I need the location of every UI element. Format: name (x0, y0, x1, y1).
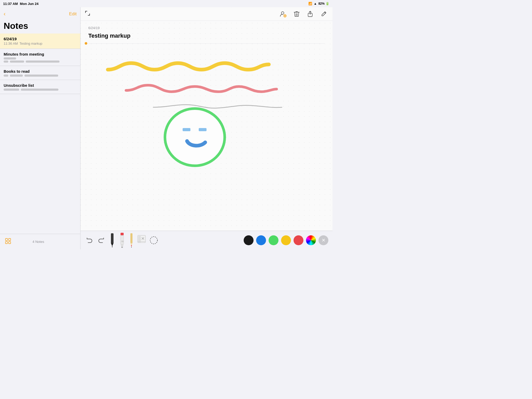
status-time: 11:37 AM (3, 2, 18, 6)
battery-icon: 82% 🔋 (318, 2, 329, 5)
preview-line (24, 75, 58, 77)
share-button[interactable] (305, 9, 315, 19)
lasso-tool[interactable] (149, 235, 159, 245)
note-preview: Testing markup (19, 42, 42, 45)
preview-line (10, 75, 23, 77)
content-toolbar (81, 7, 332, 21)
preview-line (4, 61, 8, 63)
location-icon: ▲ (314, 2, 317, 5)
svg-marker-21 (121, 244, 124, 247)
svg-rect-14 (199, 128, 207, 131)
pen-tool[interactable] (109, 233, 116, 248)
preview-line (4, 57, 16, 59)
sidebar-footer: 4 Notes (0, 234, 80, 249)
preview-line (4, 75, 8, 77)
svg-rect-30 (138, 236, 141, 243)
list-item[interactable]: Unsubscribe list (0, 80, 80, 94)
marker-tool[interactable]: .72 (118, 232, 126, 248)
redo-button[interactable] (97, 236, 106, 245)
notes-title: Notes (0, 21, 80, 34)
preview-line (4, 89, 19, 91)
note-date: 6/24/19 (4, 37, 77, 41)
preview-line (10, 61, 24, 63)
status-icons: 📶 ▲ 82% 🔋 (308, 2, 329, 5)
svg-rect-18 (121, 233, 124, 235)
svg-rect-0 (5, 238, 8, 241)
note-divider (88, 43, 325, 44)
svg-rect-19 (121, 235, 124, 244)
add-person-button[interactable] (278, 9, 288, 19)
note-title: Unsubscribe list (4, 83, 77, 88)
main-layout: ‹ Edit Notes 6/24/19 11:36 AM Testing ma… (0, 7, 332, 249)
color-picker-button[interactable] (306, 235, 316, 245)
preview-line (26, 61, 59, 63)
svg-rect-1 (9, 238, 11, 241)
svg-marker-25 (131, 245, 132, 247)
note-content: 6/24/19 Testing markup (81, 21, 332, 231)
svg-point-33 (150, 237, 157, 244)
color-black-button[interactable] (244, 235, 254, 245)
color-red-button[interactable] (294, 235, 303, 245)
svg-rect-22 (121, 247, 123, 248)
svg-rect-3 (9, 242, 11, 244)
undo-button[interactable] (85, 236, 94, 245)
drawing-canvas[interactable] (88, 49, 325, 180)
content-area: 6/24/19 Testing markup (81, 7, 332, 249)
preview-lines (4, 75, 77, 77)
status-date: Mon Jun 24 (20, 2, 308, 6)
notes-list: 6/24/19 11:36 AM Testing markup Minutes … (0, 34, 80, 234)
note-date: 6/24/19 (88, 26, 325, 30)
list-item[interactable]: Minutes from meeting (0, 49, 80, 66)
note-title: Testing markup (88, 32, 325, 39)
color-green-button[interactable] (269, 235, 278, 245)
dismiss-drawing-button[interactable]: ✕ (318, 235, 328, 245)
sidebar: ‹ Edit Notes 6/24/19 11:36 AM Testing ma… (0, 7, 81, 249)
pencil-tool[interactable] (128, 233, 135, 248)
svg-rect-23 (130, 233, 132, 243)
drawing-toolbar: .72 (81, 231, 332, 249)
note-time: 11:36 AM (4, 42, 18, 45)
svg-rect-13 (183, 128, 190, 131)
color-yellow-button[interactable] (281, 235, 291, 245)
note-title: Books to read (4, 69, 77, 74)
preview-lines (4, 89, 77, 91)
edit-button[interactable]: Edit (69, 11, 77, 17)
note-meta: 11:36 AM Testing markup (4, 42, 77, 45)
notes-count: 4 Notes (32, 240, 44, 244)
svg-text:.72: .72 (121, 240, 124, 243)
svg-point-4 (281, 12, 284, 14)
list-item[interactable]: 6/24/19 11:36 AM Testing markup (0, 34, 80, 49)
delete-button[interactable] (292, 9, 301, 19)
grid-view-button[interactable] (5, 238, 11, 245)
sidebar-header: ‹ Edit (0, 7, 80, 21)
svg-rect-15 (111, 233, 114, 244)
color-blue-button[interactable] (256, 235, 266, 245)
eraser-tool[interactable] (137, 234, 146, 247)
status-bar: 11:37 AM Mon Jun 24 📶 ▲ 82% 🔋 (0, 0, 332, 7)
svg-marker-16 (111, 243, 114, 246)
svg-rect-2 (5, 242, 8, 244)
preview-lines (4, 57, 77, 63)
wifi-icon: 📶 (308, 2, 312, 5)
new-note-button[interactable] (319, 9, 328, 19)
note-title: Minutes from meeting (4, 52, 77, 56)
preview-line (21, 89, 58, 91)
svg-point-12 (165, 109, 225, 166)
back-button[interactable]: ‹ (4, 11, 5, 17)
list-item[interactable]: Books to read (0, 66, 80, 80)
expand-button[interactable] (85, 10, 90, 17)
